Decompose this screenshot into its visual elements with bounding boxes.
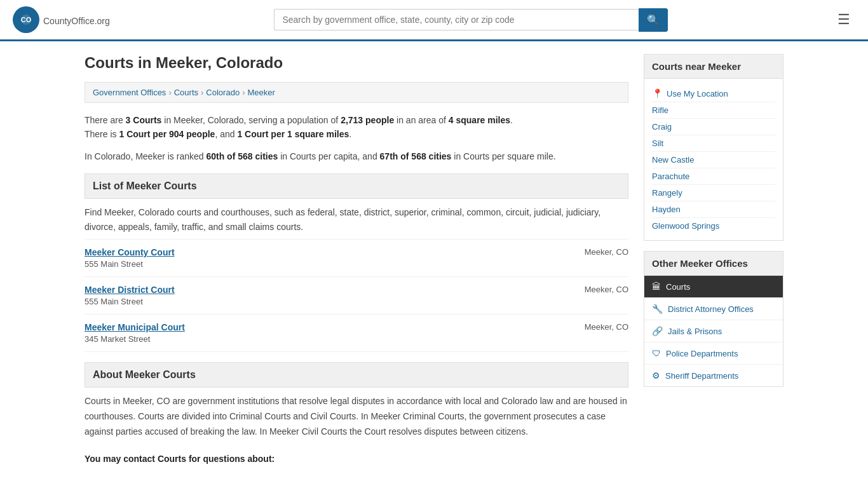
court-address: 555 Main Street bbox=[85, 297, 143, 306]
about-footer: You may contact Courts for questions abo… bbox=[85, 445, 628, 473]
court-item: Meeker Municipal Court 345 Market Street… bbox=[85, 315, 628, 352]
use-location-link[interactable]: 📍 Use My Location bbox=[652, 85, 775, 102]
breadcrumb-state[interactable]: Colorado bbox=[206, 88, 240, 97]
court-item-left: Meeker Municipal Court 345 Market Street bbox=[85, 322, 572, 344]
main-content: Courts in Meeker, Colorado Government Of… bbox=[85, 54, 628, 473]
court-name[interactable]: Meeker District Court bbox=[85, 285, 572, 295]
office-icon: 🛡 bbox=[652, 348, 661, 358]
use-location-text[interactable]: Use My Location bbox=[667, 89, 728, 98]
breadcrumb-city[interactable]: Meeker bbox=[247, 88, 275, 97]
office-item[interactable]: 🏛 Courts bbox=[644, 276, 783, 298]
search-button[interactable]: 🔍 bbox=[639, 8, 668, 32]
court-list: Meeker County Court 555 Main Street Meek… bbox=[85, 240, 628, 352]
court-item: Meeker District Court 555 Main Street Me… bbox=[85, 277, 628, 315]
office-label: Police Departments bbox=[666, 349, 738, 358]
nearby-city-link[interactable]: Hayden bbox=[652, 201, 775, 218]
court-location: Meeker, CO bbox=[572, 322, 628, 332]
court-address: 345 Market Street bbox=[85, 334, 150, 344]
info-paragraph-2: In Colorado, Meeker is ranked 60th of 56… bbox=[85, 149, 628, 163]
svg-text:CO: CO bbox=[21, 16, 32, 24]
other-offices-box: 🏛 Courts 🔧 District Attorney Offices 🔗 J… bbox=[644, 276, 783, 387]
office-icon: 🔗 bbox=[652, 326, 663, 336]
sidebar: Courts near Meeker 📍 Use My Location Rif… bbox=[644, 54, 783, 473]
office-item[interactable]: 🔗 Jails & Prisons bbox=[644, 320, 783, 342]
office-item[interactable]: 🛡 Police Departments bbox=[644, 342, 783, 365]
office-item[interactable]: ⚙ Sheriff Departments bbox=[644, 365, 783, 386]
menu-button[interactable]: ☰ bbox=[832, 9, 855, 30]
office-icon: ⚙ bbox=[652, 370, 660, 381]
court-location: Meeker, CO bbox=[572, 247, 628, 257]
court-item-left: Meeker District Court 555 Main Street bbox=[85, 285, 572, 306]
office-icon: 🔧 bbox=[652, 304, 663, 314]
office-label: Sheriff Departments bbox=[665, 371, 738, 381]
other-offices-title: Other Meeker Offices bbox=[644, 251, 783, 276]
logo-text: CountyOffice.org bbox=[43, 13, 110, 27]
nearby-city-link[interactable]: Silt bbox=[652, 135, 775, 152]
court-item: Meeker County Court 555 Main Street Meek… bbox=[85, 240, 628, 277]
office-label: Courts bbox=[666, 282, 690, 292]
search-bar: 🔍 bbox=[274, 8, 668, 32]
page-title: Courts in Meeker, Colorado bbox=[85, 54, 628, 72]
nearby-cities-list: RifleCraigSiltNew CastleParachuteRangely… bbox=[652, 102, 775, 234]
court-name[interactable]: Meeker Municipal Court bbox=[85, 322, 572, 332]
search-input[interactable] bbox=[274, 9, 639, 30]
nearby-city-link[interactable]: Rangely bbox=[652, 185, 775, 201]
breadcrumb: Government Offices › Courts › Colorado ›… bbox=[85, 82, 628, 103]
offices-list: 🏛 Courts 🔧 District Attorney Offices 🔗 J… bbox=[644, 276, 783, 386]
office-label: Jails & Prisons bbox=[668, 327, 722, 336]
list-section-header: List of Meeker Courts bbox=[85, 173, 628, 199]
nearby-city-link[interactable]: Craig bbox=[652, 119, 775, 135]
main-container: Courts in Meeker, Colorado Government Of… bbox=[72, 41, 796, 486]
pin-icon: 📍 bbox=[652, 88, 663, 98]
about-section-header: About Meeker Courts bbox=[85, 362, 628, 388]
site-header: CO CountyOffice.org 🔍 ☰ bbox=[0, 0, 868, 41]
office-icon: 🏛 bbox=[652, 281, 661, 292]
court-location: Meeker, CO bbox=[572, 285, 628, 294]
office-item[interactable]: 🔧 District Attorney Offices bbox=[644, 298, 783, 320]
nearby-city-link[interactable]: New Castle bbox=[652, 152, 775, 168]
court-address: 555 Main Street bbox=[85, 259, 143, 269]
nearby-section-title: Courts near Meeker bbox=[644, 54, 783, 79]
court-name[interactable]: Meeker County Court bbox=[85, 247, 572, 257]
info-paragraph-1: There are 3 Courts in Meeker, Colorado, … bbox=[85, 113, 628, 142]
logo-icon: CO bbox=[13, 6, 39, 33]
logo: CO CountyOffice.org bbox=[13, 6, 110, 33]
breadcrumb-gov[interactable]: Government Offices bbox=[93, 88, 166, 97]
nearby-city-link[interactable]: Parachute bbox=[652, 168, 775, 185]
court-list-description: Find Meeker, Colorado courts and courtho… bbox=[85, 199, 628, 240]
breadcrumb-courts[interactable]: Courts bbox=[174, 88, 198, 97]
nearby-city-link[interactable]: Glenwood Springs bbox=[652, 218, 775, 234]
about-text: Courts in Meeker, CO are government inst… bbox=[85, 388, 628, 445]
court-item-left: Meeker County Court 555 Main Street bbox=[85, 247, 572, 269]
office-label: District Attorney Offices bbox=[668, 304, 754, 314]
nearby-cities-box: 📍 Use My Location RifleCraigSiltNew Cast… bbox=[644, 79, 783, 241]
nearby-city-link[interactable]: Rifle bbox=[652, 102, 775, 119]
